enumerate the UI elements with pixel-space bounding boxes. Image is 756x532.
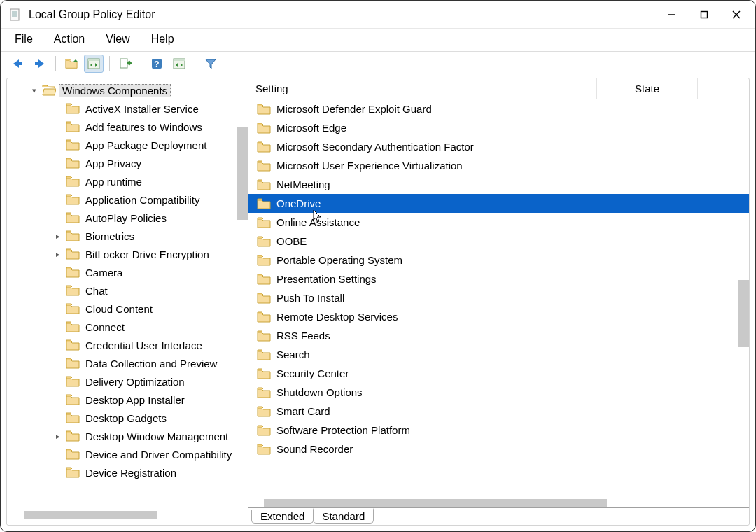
chevron-down-icon[interactable]: ▾ [29, 86, 39, 95]
folder-icon [257, 236, 271, 247]
tree-item[interactable]: ActiveX Installer Service [7, 99, 248, 118]
list-header: Setting State [248, 78, 749, 99]
tab-standard[interactable]: Standard [313, 508, 374, 524]
menu-action[interactable]: Action [51, 31, 88, 47]
show-hide-action-pane-button[interactable] [169, 55, 189, 73]
list-row[interactable]: Microsoft Edge [248, 118, 749, 137]
menu-help[interactable]: Help [148, 31, 177, 47]
list-row[interactable]: Microsoft Secondary Authentication Facto… [248, 137, 749, 156]
folder-icon [66, 394, 80, 405]
tree-item[interactable]: Device Registration [7, 463, 248, 482]
tree-item[interactable]: Desktop Gadgets [7, 409, 248, 427]
list-row[interactable]: Smart Card [248, 402, 749, 421]
list-item-label: OOBE [274, 235, 307, 247]
filter-button[interactable] [201, 55, 220, 73]
list-row[interactable]: OneDrive [248, 194, 749, 213]
folder-icon [257, 122, 271, 134]
list-item-label: Push To Install [274, 292, 344, 304]
list-row[interactable]: Push To Install [248, 288, 749, 307]
svg-text:?: ? [154, 59, 159, 69]
close-button[interactable] [720, 1, 752, 29]
tree-item[interactable]: Cloud Content [7, 300, 248, 318]
help-button[interactable]: ? [147, 55, 167, 73]
tree-item[interactable]: App Privacy [7, 154, 248, 172]
list-item-label: OneDrive [274, 197, 321, 209]
tree-item[interactable]: Credential User Interface [7, 336, 248, 354]
folder-icon [66, 285, 80, 296]
list-item-label: Microsoft Secondary Authentication Facto… [274, 141, 474, 153]
tree-item[interactable]: Add features to Windows [7, 118, 248, 136]
menu-view[interactable]: View [103, 31, 132, 47]
tree-item[interactable]: Application Compatibility [7, 190, 248, 209]
list-scroll[interactable]: Microsoft Defender Exploit GuardMicrosof… [248, 99, 749, 498]
scrollbar-thumb[interactable] [264, 499, 607, 507]
folder-icon [257, 255, 271, 266]
folder-icon [66, 321, 80, 332]
folder-icon [257, 312, 271, 323]
column-header-state[interactable]: State [597, 78, 698, 99]
list-row[interactable]: Presentation Settings [248, 270, 749, 288]
folder-icon [257, 141, 271, 153]
list-row[interactable]: Security Center [248, 364, 749, 383]
tab-extended[interactable]: Extended [251, 510, 314, 524]
svg-rect-12 [120, 59, 127, 68]
tree-item-label: Camera [83, 267, 125, 279]
tree-item-label: Device Registration [83, 467, 179, 479]
export-list-button[interactable] [115, 55, 135, 73]
tree-item[interactable]: Connect [7, 318, 248, 336]
tree-item[interactable]: Desktop App Installer [7, 391, 248, 409]
maximize-button[interactable] [688, 1, 720, 29]
list-row[interactable]: NetMeeting [248, 175, 749, 194]
tree-item[interactable]: App Package Deployment [7, 136, 248, 154]
list-row[interactable]: Shutdown Options [248, 383, 749, 402]
chevron-right-icon[interactable]: ▸ [53, 232, 63, 241]
list-row[interactable]: Search [248, 345, 749, 364]
tree-horizontal-scrollbar[interactable] [10, 511, 245, 522]
up-one-level-button[interactable] [62, 55, 81, 73]
folder-icon [66, 158, 80, 169]
tree-item[interactable]: Chat [7, 281, 248, 300]
tree-item[interactable]: Device and Driver Compatibility [7, 445, 248, 463]
tree-item-label: Delivery Optimization [83, 376, 188, 388]
tree-vertical-scrollbar-thumb[interactable] [237, 127, 248, 220]
folder-icon [257, 160, 271, 172]
list-row[interactable]: Microsoft Defender Exploit Guard [248, 99, 749, 118]
list-item-label: Search [274, 349, 310, 360]
svg-rect-8 [18, 62, 22, 65]
tree-root-label: Windows Components [59, 84, 171, 97]
folder-icon [257, 179, 271, 190]
chevron-right-icon[interactable]: ▸ [53, 432, 63, 441]
list-row[interactable]: RSS Feeds [248, 326, 749, 345]
list-vertical-scrollbar-thumb[interactable] [738, 280, 749, 347]
tree-item[interactable]: Delivery Optimization [7, 372, 248, 391]
column-header-setting[interactable]: Setting [248, 78, 597, 99]
tree-scroll[interactable]: ▾ Windows Components ActiveX Installer S… [7, 78, 248, 510]
list-row[interactable]: Sound Recorder [248, 440, 749, 458]
tree-item[interactable]: Data Collection and Preview [7, 354, 248, 372]
back-button[interactable] [8, 55, 27, 73]
list-row[interactable]: Software Protection Platform [248, 421, 749, 440]
list-row[interactable]: Online Assistance [248, 213, 749, 232]
list-item-label: Shutdown Options [274, 386, 363, 398]
tree-item[interactable]: ▸Biometrics [7, 227, 248, 245]
tree-item-label: Data Collection and Preview [83, 358, 220, 370]
forward-button[interactable] [30, 55, 50, 73]
tree-item[interactable]: App runtime [7, 172, 248, 190]
minimize-button[interactable] [656, 1, 688, 29]
list-item-label: Microsoft Defender Exploit Guard [274, 103, 432, 115]
show-hide-console-tree-button[interactable] [84, 55, 104, 73]
tree-item[interactable]: Camera [7, 263, 248, 281]
menu-file[interactable]: File [12, 31, 36, 47]
chevron-right-icon[interactable]: ▸ [53, 250, 63, 259]
scrollbar-thumb[interactable] [24, 511, 157, 519]
list-row[interactable]: OOBE [248, 232, 749, 251]
toolbar-separator [195, 56, 195, 71]
list-horizontal-scrollbar[interactable] [264, 498, 749, 508]
tree-root-windows-components[interactable]: ▾ Windows Components [7, 81, 248, 99]
tree-item[interactable]: ▸Desktop Window Management [7, 427, 248, 445]
list-row[interactable]: Remote Desktop Services [248, 307, 749, 326]
list-row[interactable]: Portable Operating System [248, 251, 749, 270]
tree-item[interactable]: ▸BitLocker Drive Encryption [7, 245, 248, 263]
list-row[interactable]: Microsoft User Experience Virtualization [248, 156, 749, 175]
tree-item[interactable]: AutoPlay Policies [7, 209, 248, 227]
